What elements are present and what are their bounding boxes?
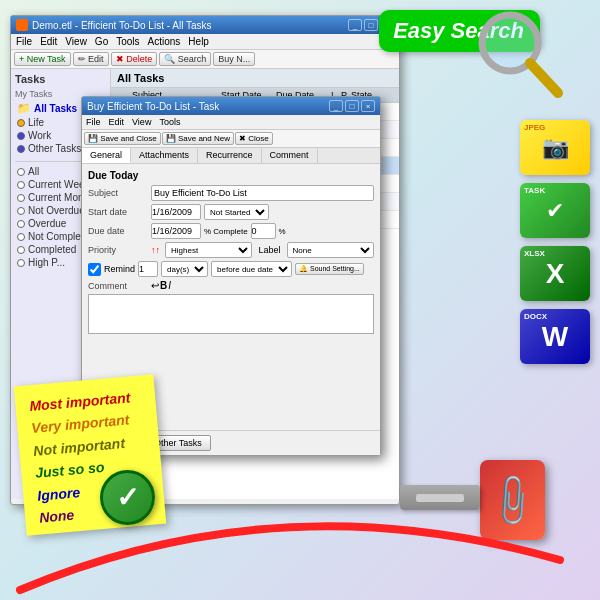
check-mark-icon: ✓ xyxy=(116,481,139,514)
minimize-button[interactable]: _ xyxy=(348,19,362,31)
section-title: Due Today xyxy=(88,170,374,181)
magnifier-svg xyxy=(470,5,570,105)
new-task-button[interactable]: + New Task xyxy=(14,52,71,66)
sidebar-other-label: Other Tasks xyxy=(28,143,81,154)
tab-comment[interactable]: Comment xyxy=(262,148,318,163)
complete-input[interactable] xyxy=(251,223,276,239)
subject-label: Subject xyxy=(88,188,148,198)
overdue-dot-icon xyxy=(17,220,25,228)
excel-card: XLSX X xyxy=(520,246,590,301)
menu-go[interactable]: Go xyxy=(95,36,108,47)
start-date-input[interactable] xyxy=(151,204,201,220)
menu-help[interactable]: Help xyxy=(188,36,209,47)
jpeg-label: JPEG xyxy=(524,123,545,132)
dialog-title-bar: Buy Efficient To-Do List - Task _ □ × xyxy=(82,97,380,115)
dialog-tb-close[interactable]: ✖ Close xyxy=(235,132,273,145)
sidebar-life-label: Life xyxy=(28,117,44,128)
work-dot-icon xyxy=(17,132,25,140)
due-date-input[interactable] xyxy=(151,223,201,239)
sidebar-overdue-label: Overdue xyxy=(28,218,66,229)
excel-icon-card: XLSX X xyxy=(520,246,590,301)
menu-actions[interactable]: Actions xyxy=(148,36,181,47)
task-label: TASK xyxy=(524,186,545,195)
buy-now-button[interactable]: Buy N... xyxy=(213,52,255,66)
menu-view[interactable]: View xyxy=(65,36,87,47)
dialog-controls[interactable]: _ □ × xyxy=(329,100,375,112)
tab-attachments[interactable]: Attachments xyxy=(131,148,198,163)
remind-value-input[interactable] xyxy=(138,261,158,277)
priority-row: Priority ↑↑ Highest High Normal Low Labe… xyxy=(88,242,374,258)
comment-tool-undo[interactable]: ↩ xyxy=(151,280,159,291)
week-dot-icon xyxy=(17,181,25,189)
percent-symbol: % xyxy=(279,227,286,236)
magnifier-icon xyxy=(470,5,570,105)
other-dot-icon xyxy=(17,145,25,153)
month-dot-icon xyxy=(17,194,25,202)
comment-textarea[interactable] xyxy=(88,294,374,334)
priority-arrows: ↑↑ xyxy=(151,245,160,255)
dialog-minimize[interactable]: _ xyxy=(329,100,343,112)
tab-general[interactable]: General xyxy=(82,148,131,163)
remind-ref-select[interactable]: before due date xyxy=(211,261,292,277)
title-bar-left: Demo.etl - Efficient To-Do List - All Ta… xyxy=(16,19,212,31)
high-dot-icon xyxy=(17,259,25,267)
start-date-row: Start date Not Started xyxy=(88,204,374,220)
search-button[interactable]: 🔍 Search xyxy=(159,52,211,66)
due-label: Due date xyxy=(88,226,148,236)
sidebar-all-label: All xyxy=(28,166,39,177)
menu-bar: File Edit View Go Tools Actions Help xyxy=(11,34,399,50)
camera-icon: 📷 xyxy=(542,135,569,161)
completed-dot-icon xyxy=(17,246,25,254)
sign-select[interactable]: Not Started xyxy=(204,204,269,220)
sidebar-completed-label: Completed xyxy=(28,244,76,255)
right-icons-container: JPEG 📷 TASK ✔ XLSX X DOCX W xyxy=(520,120,590,364)
remind-checkbox[interactable] xyxy=(88,263,101,276)
word-icon-card: DOCX W xyxy=(520,309,590,364)
save-new-button[interactable]: 💾 Save and New xyxy=(162,132,234,145)
save-close-button[interactable]: 💾 Save and Close xyxy=(84,132,161,145)
menu-tools[interactable]: Tools xyxy=(116,36,139,47)
comment-row: Comment ↩ B I xyxy=(88,280,374,291)
comment-tool-italic[interactable]: I xyxy=(168,280,171,291)
menu-file[interactable]: File xyxy=(16,36,32,47)
all-dot-icon xyxy=(17,168,25,176)
dialog-title-text: Buy Efficient To-Do List - Task xyxy=(87,101,219,112)
edit-button[interactable]: ✏ Edit xyxy=(73,52,109,66)
dialog-menu-file[interactable]: File xyxy=(86,117,101,127)
dialog-tabs: General Attachments Recurrence Comment xyxy=(82,148,380,164)
priority-select[interactable]: Highest High Normal Low xyxy=(165,242,252,258)
dialog-toolbar: 💾 Save and Close 💾 Save and New ✖ Close xyxy=(82,130,380,148)
dialog-menu-edit[interactable]: Edit xyxy=(109,117,125,127)
start-label: Start date xyxy=(88,207,148,217)
subject-input[interactable] xyxy=(151,185,374,201)
sidebar-all-tasks-label: All Tasks xyxy=(34,103,77,114)
svg-line-1 xyxy=(530,63,558,93)
menu-edit[interactable]: Edit xyxy=(40,36,57,47)
label-select[interactable]: None xyxy=(287,242,374,258)
remind-row: Remind day(s) before due date 🔔 Sound Se… xyxy=(88,261,374,277)
dialog-menu: File Edit View Tools xyxy=(82,115,380,130)
main-container: Demo.etl - Efficient To-Do List - All Ta… xyxy=(0,0,600,600)
dialog-menu-tools[interactable]: Tools xyxy=(159,117,180,127)
check-circle: ✓ xyxy=(100,470,155,525)
sidebar-title: Tasks xyxy=(15,73,106,85)
main-header: All Tasks xyxy=(111,69,399,88)
comment-label: Comment xyxy=(88,281,148,291)
sidebar-not-overdue-label: Not Overdue xyxy=(28,205,85,216)
word-card: DOCX W xyxy=(520,309,590,364)
dialog-close[interactable]: × xyxy=(361,100,375,112)
life-dot-icon xyxy=(17,119,25,127)
dialog-menu-view[interactable]: View xyxy=(132,117,151,127)
maximize-button[interactable]: □ xyxy=(364,19,378,31)
title-bar: Demo.etl - Efficient To-Do List - All Ta… xyxy=(11,16,399,34)
sound-setting-button[interactable]: 🔔 Sound Setting... xyxy=(295,263,364,275)
not-overdue-dot-icon xyxy=(17,207,25,215)
comment-toolbar: ↩ B I xyxy=(151,280,374,291)
xlsx-label: XLSX xyxy=(524,249,545,258)
dialog-maximize[interactable]: □ xyxy=(345,100,359,112)
comment-tool-bold[interactable]: B xyxy=(160,280,167,291)
remind-unit-select[interactable]: day(s) xyxy=(161,261,208,277)
sidebar-work-label: Work xyxy=(28,130,51,141)
tab-recurrence[interactable]: Recurrence xyxy=(198,148,262,163)
delete-button[interactable]: ✖ Delete xyxy=(111,52,158,66)
